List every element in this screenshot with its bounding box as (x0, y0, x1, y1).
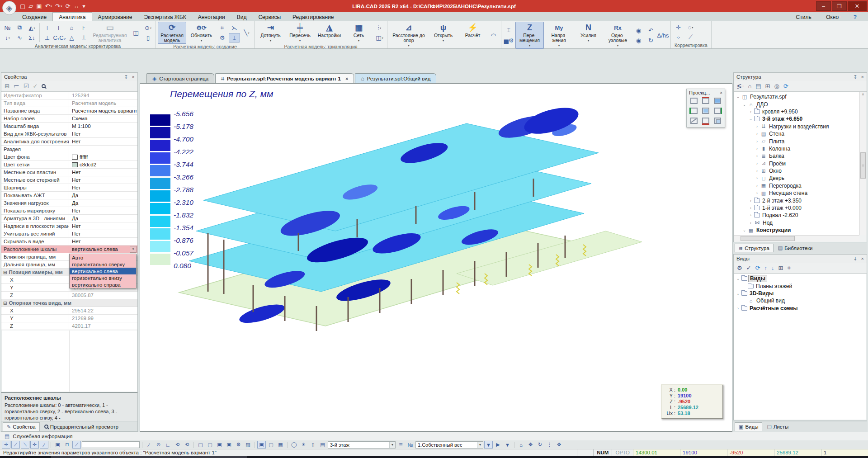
expander-icon[interactable]: ⌄ (748, 117, 753, 121)
expander-icon[interactable]: › (755, 124, 760, 129)
shaded-view-icon[interactable]: ▣ (215, 441, 224, 449)
expander-icon[interactable]: › (755, 146, 760, 151)
structure-tree-item[interactable]: ⌄▦Конструкции (734, 227, 859, 234)
property-row[interactable]: Y21269.99 (1, 315, 137, 322)
move-up-icon[interactable]: ↑ (764, 264, 767, 271)
add-folder-icon[interactable]: ⊞ (778, 264, 783, 271)
dropdown-option[interactable]: горизонтально внизу (70, 274, 136, 281)
property-row[interactable]: Показывать АЖТДа (1, 192, 137, 199)
hidden-view-icon[interactable]: ▢ (206, 441, 214, 449)
frame-sync-icon[interactable]: ⌗ (217, 23, 228, 33)
qat-more-icon[interactable]: ▾ (82, 3, 85, 9)
apply-icon[interactable]: ✓ (746, 264, 751, 271)
lamp-layer-icon[interactable]: ▤ (318, 441, 327, 449)
clip-box-on-icon[interactable]: ▣ (257, 441, 266, 449)
save-icon[interactable]: ▣ (36, 3, 42, 9)
open-file-icon[interactable]: ▱ (28, 3, 33, 9)
property-value[interactable]: вертикально слева▾ (69, 246, 137, 253)
mosaic-bulb-icon[interactable]: ◉ (633, 36, 644, 45)
binoculars-icon[interactable]: ◎ (774, 83, 779, 90)
property-value[interactable]: Схема (69, 116, 137, 121)
close-tab-icon[interactable]: × (345, 76, 348, 81)
panel-tab-Предварительный просмотр[interactable]: Предварительный просмотр (41, 422, 122, 431)
clip-box-off-icon[interactable]: ▢ (267, 441, 275, 449)
distance-to-supports-button[interactable]: ⊿Расстояние до опор▾ (389, 22, 428, 49)
support-bottom-icon[interactable]: ⊥ (42, 33, 53, 42)
menu-tab-2[interactable]: Аналитика (52, 12, 92, 21)
section-box-icon[interactable]: ◫ (130, 25, 142, 40)
structure-tree-item[interactable]: ›▤Стена (734, 130, 859, 137)
panel-tab-Листы[interactable]: ▢Листы (763, 422, 792, 431)
piles-icon[interactable]: ⫶▾ (374, 23, 385, 33)
property-value[interactable]: 38005.87 (69, 293, 137, 298)
alphabetical-icon[interactable]: ≔ (14, 83, 19, 90)
expander-icon[interactable]: › (755, 184, 760, 188)
close-panel-icon[interactable]: × (132, 74, 135, 80)
views-tree-item[interactable]: ⌄3D-Виды (734, 290, 866, 297)
menu-tab-7[interactable]: Сервисы (252, 12, 287, 21)
support-top-icon[interactable]: ⊤ (42, 23, 53, 33)
intersect-button[interactable]: ╪Пересечь▾ (286, 22, 314, 44)
snap-grid-icon[interactable]: ⟍ (21, 441, 29, 449)
layers-icon[interactable]: ≣ (396, 441, 405, 449)
structure-tree-item[interactable]: ›▮Колонна (734, 145, 859, 152)
orbit-icon[interactable]: ↻ (536, 441, 544, 449)
menu-tab-5[interactable]: Аннотации (192, 12, 231, 21)
line-icon[interactable]: ╲▾ (241, 25, 252, 41)
property-value[interactable]: 29514.22 (69, 308, 137, 313)
views-tree-item[interactable]: Планы этажей (734, 282, 866, 289)
floor-select[interactable]: 3-й этаж▼ (328, 441, 396, 449)
top-view-icon[interactable] (701, 97, 710, 105)
mesh-button[interactable]: ▦Сеть▾ (344, 22, 373, 44)
move-mode-icon[interactable]: ✥ (555, 441, 563, 449)
menu-tab-3[interactable]: Армирование (92, 12, 138, 21)
structure-tree-item[interactable]: ⌄⌂ДДО (734, 100, 859, 108)
panel-tab-Библиотеки[interactable]: ▤Библиотеки (774, 244, 816, 252)
radius-icon[interactable]: ⊙▾ (142, 23, 154, 33)
structure-tree-item[interactable]: ›▦Перегородка (734, 182, 859, 189)
panel-tab-Виды[interactable]: ▣Виды (735, 422, 762, 431)
single-node-button[interactable]: RxОдно- узловые▾ (604, 22, 632, 49)
structure-hscrollbar[interactable] (734, 235, 859, 241)
calc-button[interactable]: ⚡Расчёт (458, 22, 487, 49)
close-palette-icon[interactable]: × (720, 90, 722, 95)
expander-icon[interactable]: ⌄ (736, 291, 741, 296)
property-row[interactable]: Расположение шкалывертикально слева▾ (1, 246, 137, 253)
structure-tree-item[interactable]: ›▱Плита (734, 137, 859, 145)
menu-Стиль[interactable]: Стиль ▾ (790, 13, 820, 20)
views-tree-item[interactable]: ›Расчётные схемы (734, 305, 866, 312)
support-corner-icon[interactable]: Γ (54, 23, 65, 33)
viewport-3d[interactable]: Перемещения по Z, мм Проекц... × X :0.00… (140, 83, 732, 432)
refresh-icon[interactable]: ⟳ (783, 83, 788, 90)
property-value[interactable]: ffffff (69, 154, 137, 160)
expander-icon[interactable]: › (748, 213, 753, 217)
expander-icon[interactable]: ⌄ (742, 102, 747, 107)
ucs-x-icon[interactable]: ⟲ (173, 441, 182, 449)
structure-tree-item[interactable]: ›◻Дверь (734, 175, 859, 182)
property-row[interactable]: Цвет сеткиc8dcd2 (1, 161, 137, 169)
property-row[interactable]: Раздел (1, 146, 137, 153)
property-row[interactable]: Набор слоёвСхема (1, 115, 137, 123)
c1c2-icon[interactable]: C₁C₂ (54, 33, 65, 42)
redo-icon[interactable]: ↷▾ (55, 3, 62, 9)
property-value[interactable]: 4201.17 (69, 323, 137, 329)
property-row[interactable]: Учитывать вес линийНет (1, 230, 137, 238)
property-row[interactable]: ШарнирыНет (1, 184, 137, 192)
property-row[interactable]: Показать маркировкуНет (1, 207, 137, 215)
move-node-icon[interactable]: ✛ (673, 23, 684, 32)
cursor-filter-icon[interactable]: ▶ (494, 441, 502, 449)
ibeam-icon[interactable]: ⌶ (229, 33, 240, 42)
dropdown-option[interactable]: вертикально слева (70, 268, 136, 274)
loadcase-select[interactable]: 1.Собственный вес▼ (415, 441, 483, 449)
extend-button[interactable]: ⇥Дотянуть▾ (256, 22, 285, 44)
expander-icon[interactable]: ⌄ (736, 94, 741, 99)
close-panel-icon[interactable]: × (861, 74, 864, 80)
add-camera-icon[interactable]: ⌗ (787, 264, 790, 272)
panel-tab-Структура[interactable]: ≋Структура (735, 244, 774, 252)
menu-tab-4[interactable]: Экспертиза ЖБК (138, 12, 192, 21)
render-settings-icon[interactable]: ⚙ (234, 441, 243, 449)
structure-tree-item[interactable]: ›кровля +9.950 (734, 108, 859, 115)
view-settings-icon[interactable]: ⚙ (737, 264, 742, 271)
front-view-icon[interactable] (713, 97, 722, 105)
dropdown-option[interactable]: Авто (70, 254, 136, 261)
